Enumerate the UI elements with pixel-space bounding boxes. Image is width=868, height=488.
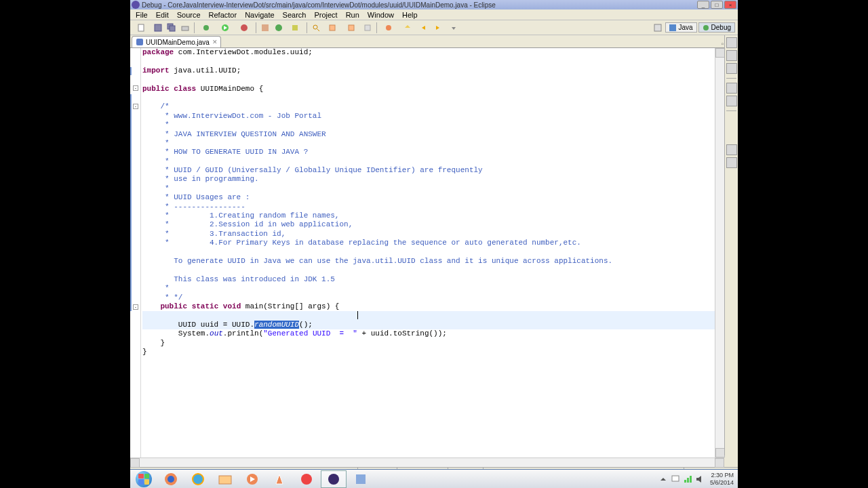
fold-marker[interactable]: -	[133, 85, 138, 91]
new-button[interactable]	[133, 22, 151, 34]
taskbar-wmplayer[interactable]	[239, 470, 265, 488]
letterbox-right	[738, 0, 868, 488]
tab-close-icon[interactable]: ✕	[212, 39, 218, 45]
taskbar-app1[interactable]	[294, 470, 319, 488]
maximize-button[interactable]: □	[711, 1, 723, 9]
window-titlebar[interactable]: Debug - CoreJavaInterview-InterviewDot/s…	[130, 0, 738, 9]
servers-view-icon[interactable]	[726, 157, 737, 168]
debug-button[interactable]	[197, 22, 215, 34]
perspective-java[interactable]: Java	[665, 22, 696, 33]
tray-network-icon[interactable]	[683, 474, 692, 484]
menu-bar: File Edit Source Refactor Navigate Searc…	[130, 9, 738, 20]
svg-point-17	[386, 25, 391, 30]
debug-view-icon[interactable]	[726, 144, 737, 155]
taskbar-explorer[interactable]	[212, 470, 238, 488]
menu-edit[interactable]: Edit	[152, 11, 173, 19]
taskbar-app2[interactable]	[348, 470, 374, 488]
eclipse-window: Debug - CoreJavaInterview-InterviewDot/s…	[130, 0, 738, 488]
svg-point-10	[275, 24, 282, 31]
step-into-button[interactable]	[399, 22, 416, 34]
menu-help[interactable]: Help	[398, 11, 422, 19]
menu-navigate[interactable]: Navigate	[241, 11, 278, 19]
svg-point-5	[203, 25, 209, 30]
taskbar-vlc[interactable]	[267, 470, 292, 488]
svg-marker-20	[436, 26, 439, 30]
menu-file[interactable]: File	[132, 11, 152, 19]
editor-area: - - - package com.InterviewDot.modules.u…	[130, 47, 724, 458]
run-button[interactable]	[216, 22, 234, 34]
svg-point-35	[328, 474, 339, 485]
svg-rect-14	[330, 25, 335, 30]
fold-marker[interactable]: -	[133, 304, 138, 310]
vertical-scrollbar[interactable]	[715, 48, 724, 458]
taskbar-eclipse[interactable]	[321, 470, 347, 488]
scroll-up-arrow[interactable]	[715, 48, 725, 58]
svg-marker-19	[422, 26, 425, 30]
console-view-icon[interactable]	[726, 96, 737, 106]
menu-search[interactable]: Search	[279, 11, 311, 19]
skip-breakpoints-button[interactable]	[380, 22, 397, 34]
selected-text: randomUUID	[254, 321, 299, 329]
last-edit-button[interactable]	[361, 22, 374, 34]
svg-rect-36	[356, 474, 366, 484]
svg-rect-15	[349, 25, 354, 30]
tab-label: UUIDMainDemo.java	[146, 39, 210, 46]
svg-marker-18	[405, 25, 410, 28]
outline-view-icon[interactable]	[726, 37, 737, 48]
menu-project[interactable]: Project	[310, 11, 341, 19]
annotation-nav-button[interactable]	[323, 22, 341, 34]
restore-icon[interactable]: ▫	[721, 40, 724, 47]
svg-point-28	[167, 476, 174, 483]
svg-rect-1	[155, 24, 161, 31]
search-button[interactable]	[310, 22, 322, 34]
tasks-view-icon[interactable]	[726, 83, 737, 94]
new-class-button[interactable]	[273, 22, 285, 34]
annotation-prev-button[interactable]	[342, 22, 360, 34]
scroll-right-arrow[interactable]	[715, 458, 724, 468]
text-cursor	[357, 311, 358, 319]
tray-show-hidden-icon[interactable]	[658, 474, 668, 484]
back-button[interactable]	[418, 22, 430, 34]
taskbar-firefox[interactable]	[158, 470, 184, 488]
svg-rect-0	[138, 24, 144, 31]
tray-volume-icon[interactable]	[695, 474, 705, 484]
menu-run[interactable]: Run	[342, 11, 363, 19]
editor-tab[interactable]: UUIDMainDemo.java ✕	[132, 36, 221, 47]
perspective-debug[interactable]: Debug	[698, 22, 735, 33]
forward-button[interactable]	[431, 22, 443, 34]
eclipse-icon	[132, 1, 140, 9]
editor-tab-bar: UUIDMainDemo.java ✕ ▫ ▭	[130, 35, 738, 47]
scroll-down-arrow[interactable]	[715, 448, 725, 458]
open-type-button[interactable]	[286, 22, 304, 34]
open-perspective-button[interactable]	[652, 22, 664, 34]
menu-refactor[interactable]: Refactor	[205, 11, 241, 19]
java-file-icon	[136, 39, 143, 45]
svg-point-8	[241, 24, 248, 31]
start-button[interactable]	[130, 470, 157, 489]
fold-marker[interactable]: -	[133, 104, 138, 109]
scroll-left-arrow[interactable]	[130, 458, 140, 468]
tray-flag-icon[interactable]	[671, 474, 680, 484]
svg-rect-22	[654, 24, 661, 31]
minimize-button[interactable]: _	[697, 1, 709, 9]
svg-line-13	[317, 29, 319, 31]
code-editor[interactable]: package com.InterviewDot.modules.uuid; i…	[141, 48, 715, 458]
save-all-button[interactable]	[165, 22, 178, 34]
menu-window[interactable]: Window	[363, 11, 398, 19]
svg-marker-42	[696, 476, 701, 483]
menu-source[interactable]: Source	[173, 11, 205, 19]
print-button[interactable]	[179, 22, 191, 34]
svg-marker-33	[276, 474, 283, 484]
external-tools-button[interactable]	[235, 22, 253, 34]
breakpoints-view-icon[interactable]	[726, 63, 737, 74]
nav-dropdown-button[interactable]	[445, 22, 462, 34]
taskbar-clock[interactable]: 2:30 PM 5/6/2014	[707, 472, 736, 487]
horizontal-scrollbar[interactable]	[130, 458, 724, 467]
variables-view-icon[interactable]	[726, 50, 737, 61]
new-package-button[interactable]	[259, 22, 271, 34]
save-button[interactable]	[152, 22, 164, 34]
close-button[interactable]: ×	[724, 1, 736, 9]
taskbar-ie[interactable]	[185, 470, 211, 488]
editor-gutter[interactable]: - - -	[130, 48, 141, 458]
system-tray[interactable]: 2:30 PM 5/6/2014	[658, 470, 738, 488]
